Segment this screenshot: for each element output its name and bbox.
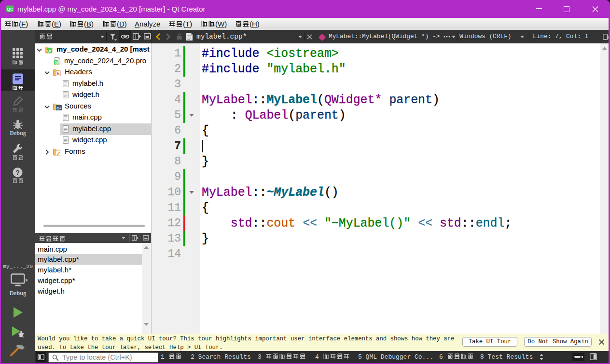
svg-text:?: ? bbox=[15, 169, 20, 176]
svg-text:QC: QC bbox=[7, 7, 14, 12]
svg-text:C+: C+ bbox=[56, 106, 61, 110]
svg-text:h: h bbox=[57, 71, 59, 76]
